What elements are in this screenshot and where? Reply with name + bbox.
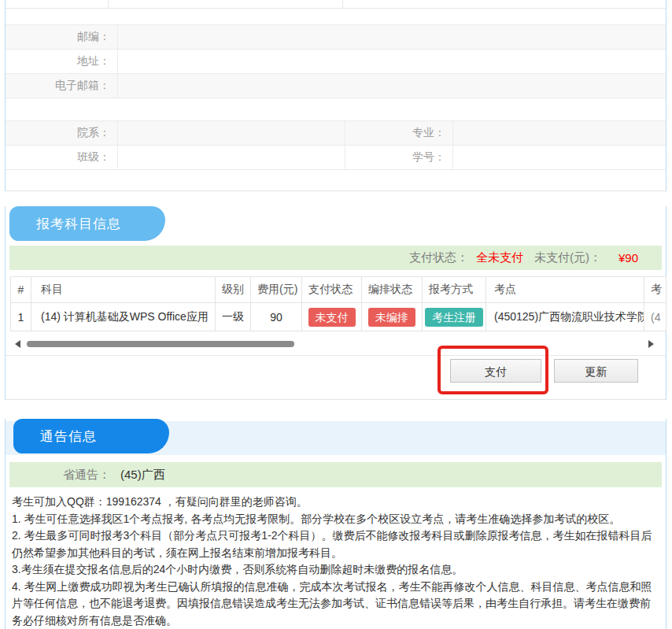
update-button[interactable]: 更新 (554, 359, 638, 383)
subjects-table: # 科目 级别 费用(元) 支付状态 编排状态 报考方式 考点 考 1 (14)… (10, 276, 666, 331)
col-header-site: 考点 (486, 277, 644, 303)
form-row-postal: 邮编： (6, 25, 666, 50)
dept-value (118, 121, 345, 145)
student-no-label: 学号： (345, 146, 453, 169)
form-row-class-studentno: 班级： 学号： (6, 146, 666, 170)
notice-paragraph: 1. 考生可任意选择我区1个考点报考, 各考点均无报考限制。部分学校在多个校区设… (12, 511, 661, 528)
class-label: 班级： (6, 146, 118, 169)
row-clipped-cell: (4 (644, 303, 666, 331)
notice-text: 考生可加入QQ群：199162374 ，有疑问向群里的老师咨询。 1. 考生可任… (12, 494, 661, 629)
col-header-clipped: 考 (644, 277, 666, 303)
form-spacer (6, 9, 666, 25)
unpaid-amount-label: 未支付(元)： (534, 250, 601, 265)
subjects-button-bar: 支付 更新 (6, 355, 666, 399)
subjects-table-header-row: # 科目 级别 费用(元) 支付状态 编排状态 报考方式 考点 考 (11, 277, 666, 303)
form-spacer (6, 98, 666, 121)
province-notice-value: (45)广西 (120, 468, 165, 483)
student-no-value (453, 146, 666, 169)
postal-label: 邮编： (6, 25, 118, 49)
notice-paragraph: 考生可加入QQ群：199162374 ，有疑问向群里的老师咨询。 (12, 494, 661, 511)
row-site: (450125)广西物流职业技术学院 (486, 303, 644, 331)
email-value (118, 74, 666, 98)
col-header-method: 报考方式 (423, 277, 486, 303)
notice-section-tab: 通告信息 (13, 419, 169, 453)
address-label: 地址： (6, 50, 118, 73)
row-index: 1 (11, 303, 31, 331)
method-badge: 考生注册 (425, 308, 483, 327)
row-level: 一级 (216, 303, 251, 331)
col-header-index: # (11, 277, 31, 303)
postal-value (118, 25, 666, 49)
col-header-subject: 科目 (31, 277, 216, 303)
notice-paragraph: 4. 考生网上缴费成功即视为考生已确认所填报的信息准确，完成本次考试报名，考生不… (12, 579, 661, 629)
province-notice-bar: 省通告： (45)广西 (9, 462, 662, 487)
notice-tab-row: 通告信息 (6, 419, 666, 455)
unpaid-amount-value: ¥90 (618, 251, 638, 265)
subjects-panel: 报考科目信息 支付状态： 全未支付 未支付(元)： ¥90 # 科目 级别 费用… (5, 206, 666, 400)
arrange-status-badge: 未编排 (368, 308, 415, 327)
col-header-level: 级别 (216, 277, 251, 303)
pay-status-value: 全未支付 (476, 250, 523, 265)
notice-paragraph: 2. 考生最多可同时报考3个科目（部分考点只可报考1-2个科目）。缴费后不能修改… (12, 527, 661, 561)
row-subject: (14) 计算机基础及WPS Office应用 (31, 303, 216, 331)
clipped-form-row (6, 0, 666, 9)
form-row-email: 电子邮箱： (6, 74, 666, 98)
col-header-pay-status: 支付状态 (302, 277, 362, 303)
form-row-address: 地址： (6, 50, 666, 74)
notice-panel: 通告信息 省通告： (45)广西 考生可加入QQ群：199162374 ，有疑问… (5, 419, 666, 629)
col-header-arrange-status: 编排状态 (362, 277, 423, 303)
col-header-fee: 费用(元) (251, 277, 302, 303)
notice-section-title: 通告信息 (40, 427, 97, 446)
scroll-right-icon[interactable] (648, 340, 654, 348)
subjects-section-title: 报考科目信息 (36, 215, 121, 233)
pay-status-badge: 未支付 (308, 308, 356, 327)
form-row-dept-major: 院系： 专业： (6, 121, 666, 146)
scroll-left-icon[interactable] (15, 340, 20, 348)
notice-paragraph: 3.考生须在提交报名信息后的24个小时内缴费，否则系统将自动删除超时未缴费的报名… (12, 561, 661, 579)
subjects-section-tab: 报考科目信息 (9, 206, 165, 241)
dept-label: 院系： (6, 121, 118, 145)
major-label: 专业： (345, 121, 453, 145)
class-value (118, 146, 345, 169)
pay-status-label: 支付状态： (409, 250, 468, 265)
province-notice-label: 省通告： (63, 468, 110, 483)
table-row: 1 (14) 计算机基础及WPS Office应用 一级 90 未支付 未编排 … (11, 303, 666, 331)
pay-button[interactable]: 支付 (450, 359, 541, 383)
payment-status-bar: 支付状态： 全未支付 未支付(元)： ¥90 (9, 246, 662, 270)
scrollbar-thumb[interactable] (27, 341, 294, 347)
horizontal-scrollbar[interactable] (6, 335, 666, 353)
email-label: 电子邮箱： (6, 74, 118, 98)
major-value (453, 121, 666, 145)
profile-form-panel: 邮编： 地址： 电子邮箱： 院系： 专业： 班级： 学号： (5, 0, 666, 191)
address-value (118, 50, 666, 73)
row-fee: 90 (251, 303, 302, 331)
